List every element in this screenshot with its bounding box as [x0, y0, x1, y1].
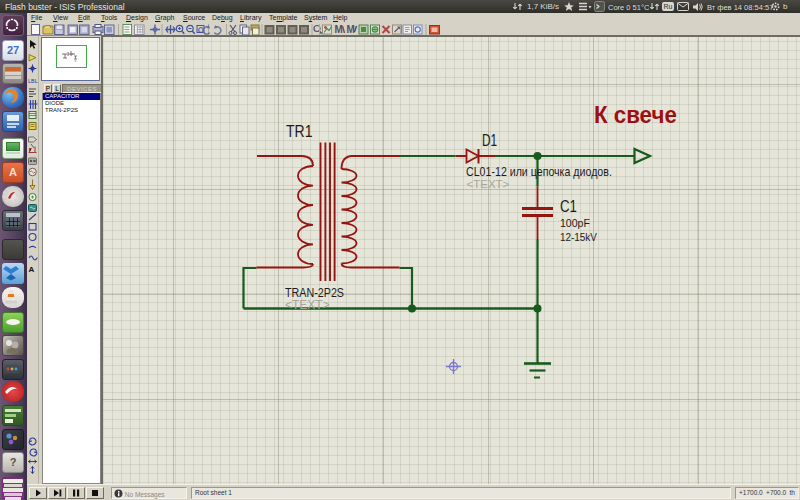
svg-text:A: A — [29, 265, 35, 274]
svg-text:M: M — [347, 24, 355, 35]
svg-text:M: M — [335, 24, 343, 35]
svg-text:LBL: LBL — [28, 78, 38, 84]
